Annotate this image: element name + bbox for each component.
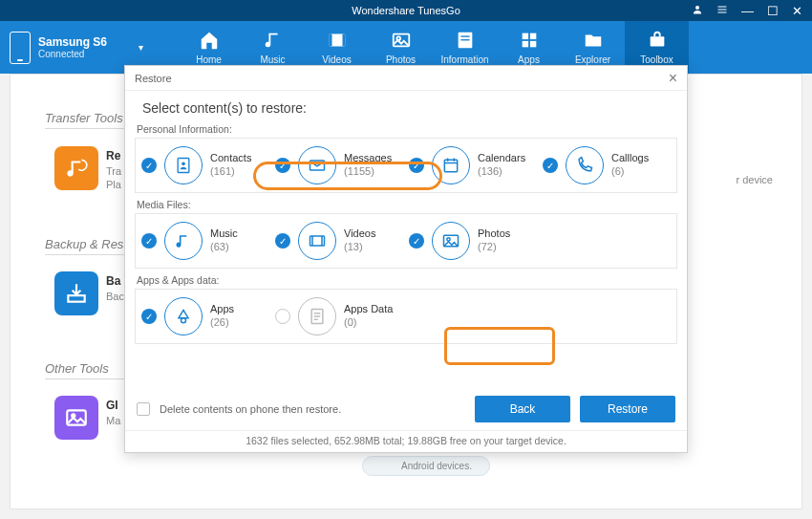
apps-icon <box>164 297 203 335</box>
back-button[interactable]: Back <box>475 396 570 422</box>
titlebar: Wondershare TunesGo — ☐ ✕ <box>0 0 812 21</box>
chevron-down-icon: ▾ <box>139 42 143 53</box>
svg-rect-6 <box>342 34 345 47</box>
window-controls: — ☐ ✕ <box>692 4 812 17</box>
svg-rect-11 <box>460 39 469 40</box>
checkbox-checked-icon[interactable]: ✓ <box>141 309 157 324</box>
restore-button[interactable]: Restore <box>580 396 675 422</box>
svg-rect-12 <box>522 33 527 39</box>
group-personal: ✓ Contacts(161) ✓ Messages(1155) ✓ Calen… <box>135 138 677 193</box>
item-count: (136) <box>478 165 525 179</box>
checkbox-checked-icon[interactable]: ✓ <box>275 158 290 173</box>
svg-rect-14 <box>522 41 527 47</box>
messages-icon <box>298 146 336 184</box>
minimize-button[interactable]: — <box>741 5 754 17</box>
svg-rect-3 <box>718 12 727 13</box>
bg-card-desc: Pla <box>106 179 121 190</box>
group-apps: ✓ Apps(26) ✓ Apps Data(0) <box>135 289 677 344</box>
bg-right-text: r device <box>736 174 773 185</box>
restore-modal: Restore × Select content(s) to restore: … <box>124 65 688 453</box>
item-name: Apps <box>210 303 234 316</box>
contacts-icon <box>164 146 203 184</box>
item-contacts[interactable]: ✓ Contacts(161) <box>141 146 269 184</box>
modal-footer: Delete contents on phone then restore. B… <box>125 388 687 428</box>
item-videos[interactable]: ✓ Videos(13) <box>275 222 403 260</box>
group-label-personal: Personal Information: <box>125 121 687 138</box>
svg-point-27 <box>182 318 186 323</box>
modal-title: Restore <box>135 73 172 84</box>
nav-label: Photos <box>386 54 416 65</box>
nav-label: Explorer <box>575 54 610 65</box>
checkbox-checked-icon[interactable]: ✓ <box>409 233 424 249</box>
checkbox-unchecked-icon[interactable]: ✓ <box>275 309 290 324</box>
item-name: Calendars <box>478 152 525 165</box>
gif-card-icon[interactable] <box>54 396 98 440</box>
checkbox-checked-icon[interactable]: ✓ <box>543 158 558 173</box>
phone-icon <box>10 32 31 64</box>
bg-card-desc: Tra <box>106 165 121 177</box>
bg-android-pill: Android devices. <box>362 456 490 476</box>
rebuild-library-icon[interactable] <box>54 146 98 190</box>
maximize-button[interactable]: ☐ <box>767 5 779 17</box>
modal-subtitle: Select content(s) to restore: <box>131 95 681 121</box>
phone-icon <box>566 146 604 184</box>
item-count: (161) <box>210 165 251 179</box>
item-count: (6) <box>611 165 649 179</box>
modal-header: Restore × <box>125 66 687 91</box>
item-name: Calllogs <box>611 152 649 165</box>
bg-card-desc: Ma <box>106 415 120 426</box>
apps-data-icon <box>298 297 336 335</box>
bg-card-title: Re <box>106 149 120 162</box>
item-apps[interactable]: ✓ Apps(26) <box>141 297 269 335</box>
bg-card-title: GI <box>106 399 118 412</box>
item-messages[interactable]: ✓ Messages(1155) <box>275 146 403 184</box>
item-name: Messages <box>344 152 392 165</box>
nav-label: Music <box>260 54 285 65</box>
item-name: Apps Data <box>344 303 393 316</box>
bg-card-desc: Bac <box>106 291 124 302</box>
checkbox-checked-icon[interactable]: ✓ <box>141 158 157 173</box>
user-icon[interactable] <box>692 4 703 17</box>
svg-point-0 <box>695 6 699 10</box>
nav-label: Toolbox <box>640 54 673 65</box>
calendar-icon <box>432 146 470 184</box>
device-name: Samsung S6 <box>38 35 107 49</box>
item-name: Videos <box>344 227 375 241</box>
checkbox-checked-icon[interactable]: ✓ <box>275 233 290 249</box>
item-name: Music <box>210 227 238 241</box>
item-calllogs[interactable]: ✓ Calllogs(6) <box>543 146 671 184</box>
music-icon <box>164 222 203 260</box>
bg-card-title: Ba <box>106 274 120 288</box>
video-icon <box>298 222 336 260</box>
group-label-apps: Apps & Apps data: <box>125 272 687 289</box>
delete-checkbox[interactable] <box>137 402 150 416</box>
item-calendars[interactable]: ✓ Calendars(136) <box>409 146 537 184</box>
photo-icon <box>432 222 470 260</box>
item-count: (1155) <box>344 165 392 179</box>
item-apps-data[interactable]: ✓ Apps Data(0) <box>275 297 403 335</box>
item-music[interactable]: ✓ Music(63) <box>141 222 269 260</box>
backup-card-icon[interactable] <box>54 271 98 315</box>
item-count: (63) <box>210 241 238 254</box>
checkbox-checked-icon[interactable]: ✓ <box>409 158 424 173</box>
svg-rect-5 <box>329 34 331 47</box>
item-name: Contacts <box>210 152 251 165</box>
checkbox-checked-icon[interactable]: ✓ <box>141 233 157 249</box>
svg-rect-18 <box>67 410 86 424</box>
nav-label: Home <box>196 54 222 65</box>
svg-rect-10 <box>460 35 469 36</box>
close-button[interactable]: ✕ <box>792 5 802 17</box>
close-icon[interactable]: × <box>669 71 677 86</box>
item-count: (13) <box>344 241 375 254</box>
menu-icon[interactable] <box>716 4 728 17</box>
svg-rect-16 <box>650 36 664 46</box>
status-bar: 1632 files selected, 652.98MB total; 19.… <box>125 430 687 452</box>
svg-rect-13 <box>529 33 535 39</box>
item-count: (72) <box>478 241 510 254</box>
svg-rect-23 <box>444 160 457 172</box>
svg-point-26 <box>447 238 450 241</box>
item-photos[interactable]: ✓ Photos(72) <box>409 222 537 260</box>
svg-rect-2 <box>718 10 727 11</box>
nav-label: Apps <box>518 54 540 65</box>
svg-rect-1 <box>718 7 727 8</box>
